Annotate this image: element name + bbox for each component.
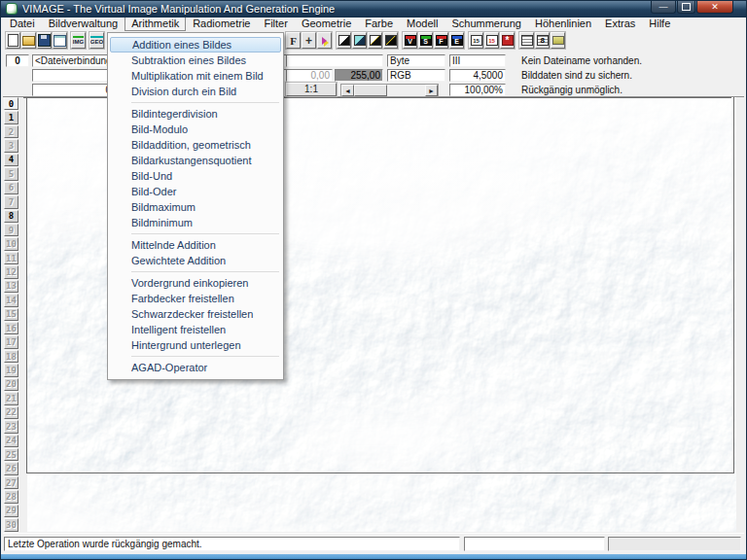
factor-field[interactable]: 4,5000 — [449, 69, 506, 82]
image-slot-21[interactable]: 21 — [4, 392, 18, 404]
menubar-item-bildverwaltung[interactable]: Bildverwaltung — [42, 17, 125, 31]
data-type-field[interactable]: Byte — [387, 54, 445, 67]
toolbar-button-img-format[interactable]: IMG — [71, 32, 86, 49]
zoom-ratio-button[interactable]: 1:1 — [286, 83, 337, 96]
image-slot-18[interactable]: 18 — [4, 350, 18, 363]
image-slot-17[interactable]: 17 — [4, 335, 18, 348]
menubar-item-radiometrie[interactable]: Radiometrie — [186, 17, 257, 31]
toolbar-button-function[interactable]: F — [286, 32, 301, 49]
menubar-item-datei[interactable]: Datei — [3, 17, 42, 31]
toolbar-button-lut-linear[interactable] — [337, 32, 351, 49]
image-slot-6[interactable]: 6 — [4, 182, 18, 194]
scroll-right-icon[interactable]: ► — [425, 85, 438, 96]
channel-flags-field[interactable]: III — [449, 54, 506, 67]
menubar-item-geometrie[interactable]: Geometrie — [295, 17, 358, 31]
menu-item-gewichtete-addition[interactable]: Gewichtete Addition — [108, 253, 283, 268]
image-slot-4[interactable]: 4 — [4, 154, 18, 166]
image-slot-25[interactable]: 25 — [4, 448, 18, 461]
menubar-item-modell[interactable]: Modell — [400, 17, 445, 31]
menubar-item-farbe[interactable]: Farbe — [358, 17, 400, 31]
menubar-item-filter[interactable]: Filter — [257, 17, 294, 31]
toolbar-button-new-image[interactable] — [6, 32, 20, 49]
toolbar-button-resample-2[interactable]: 15 — [484, 32, 499, 49]
titlebar[interactable]: VIMAGE - The Virtual Image Manipulation … — [0, 0, 747, 18]
wide-empty-field[interactable] — [286, 54, 383, 67]
image-slot-29[interactable]: 29 — [4, 505, 18, 517]
minimize-button[interactable]: — — [651, 0, 676, 14]
menu-item-subtraktion-eines-bildes[interactable]: Subtraktion eines Bildes — [108, 52, 283, 68]
image-slot-8[interactable]: 8 — [4, 210, 18, 223]
toolbar-button-snowflake[interactable]: * — [500, 32, 515, 49]
menu-item-bildmaximum[interactable]: Bildmaximum — [108, 199, 283, 215]
toolbar-button-open-file[interactable] — [21, 32, 36, 49]
scrollbar-track[interactable] — [387, 85, 425, 96]
image-slot-10[interactable]: 10 — [4, 237, 18, 250]
toolbar-button-image-window[interactable] — [53, 32, 67, 49]
image-index-field[interactable]: 0 — [6, 54, 29, 67]
menu-item-division-durch-ein-bild[interactable]: Division durch ein Bild — [108, 84, 283, 99]
image-slot-15[interactable]: 15 — [4, 308, 18, 321]
image-slot-26[interactable]: 26 — [4, 462, 18, 474]
toolbar-button-grid-8[interactable]: 8 — [535, 32, 550, 49]
toolbar-button-crosshair[interactable]: + — [302, 32, 316, 49]
image-slot-19[interactable]: 19 — [4, 364, 18, 376]
menu-item-vordergrund-einkopieren[interactable]: Vordergrund einkopieren — [108, 275, 283, 291]
image-slot-14[interactable]: 14 — [4, 294, 18, 306]
toolbar-button-color-picker[interactable] — [317, 32, 332, 49]
menu-item-bildminimum[interactable]: Bildminimum — [108, 215, 283, 230]
menu-item-bildintegerdivision[interactable]: Bildintegerdivision — [108, 106, 283, 122]
scroll-left-icon[interactable]: ◄ — [341, 85, 354, 96]
image-slot-24[interactable]: 24 — [4, 435, 18, 447]
menu-item-bild-oder[interactable]: Bild-Oder — [108, 184, 283, 199]
menu-item-farbdecker-freistellen[interactable]: Farbdecker freistellen — [108, 291, 283, 306]
min-value-field[interactable]: 0,00 — [286, 69, 333, 82]
close-button[interactable]: ✕ — [696, 0, 733, 14]
image-slot-9[interactable]: 9 — [4, 224, 18, 236]
menu-item-bildarkustangensquotient[interactable]: Bildarkustangensquotient — [108, 153, 283, 168]
menu-item-bild-und[interactable]: Bild-Und — [108, 168, 283, 184]
menu-item-bild-modulo[interactable]: Bild-Modulo — [108, 122, 283, 137]
image-slot-3[interactable]: 3 — [4, 139, 18, 152]
menubar-item-extras[interactable]: Extras — [598, 17, 642, 31]
image-slot-30[interactable]: 30 — [4, 518, 18, 531]
toolbar-button-save[interactable] — [37, 32, 52, 49]
image-slot-11[interactable]: 11 — [4, 252, 18, 264]
scrollbar-thumb[interactable] — [354, 85, 387, 96]
menu-item-schwarzdecker-freistellen[interactable]: Schwarzdecker freistellen — [108, 306, 283, 322]
value-field[interactable]: 0 — [32, 84, 114, 96]
toolbar-button-channel-f[interactable]: F — [434, 32, 448, 49]
menubar-item-schummerung[interactable]: Schummerung — [445, 17, 528, 31]
max-value-field[interactable]: 255,00 — [335, 69, 383, 82]
image-slot-12[interactable]: 12 — [4, 265, 18, 278]
toolbar-button-resample-1[interactable]: 15 — [469, 32, 483, 49]
toolbar-button-print[interactable] — [551, 32, 565, 49]
menubar-item-höhenlinien[interactable]: Höhenlinien — [528, 17, 598, 31]
menu-item-mittelnde-addition[interactable]: Mittelnde Addition — [108, 237, 283, 253]
toolbar-button-lut-gamma[interactable] — [368, 32, 382, 49]
image-slot-5[interactable]: 5 — [4, 167, 18, 180]
toolbar-button-grid[interactable] — [519, 32, 534, 49]
zoom-percent-field[interactable]: 100,00% — [449, 84, 506, 96]
menu-item-hintergrund-unterlegen[interactable]: Hintergrund unterlegen — [108, 337, 283, 353]
toolbar-button-channel-s[interactable]: S — [418, 32, 433, 49]
toolbar-button-channel-e[interactable]: E — [449, 32, 464, 49]
image-slot-28[interactable]: 28 — [4, 490, 18, 503]
image-slot-13[interactable]: 13 — [4, 280, 18, 293]
image-slot-27[interactable]: 27 — [4, 476, 18, 489]
image-slot-2[interactable]: 2 — [4, 125, 18, 138]
image-slot-23[interactable]: 23 — [4, 420, 18, 433]
zoom-scrollbar[interactable]: ◄ ► — [340, 84, 439, 97]
toolbar-button-lut-curve[interactable] — [383, 32, 398, 49]
image-slot-7[interactable]: 7 — [4, 195, 18, 208]
color-mode-field[interactable]: RGB — [387, 69, 445, 82]
menu-item-bildaddition-geometrisch[interactable]: Bildaddition, geometrisch — [108, 137, 283, 153]
image-slot-16[interactable]: 16 — [4, 322, 18, 334]
maximize-button[interactable] — [677, 0, 695, 14]
toolbar-button-channel-v[interactable]: V — [403, 32, 417, 49]
menu-item-agad-operator[interactable]: AGAD-Operator — [108, 360, 283, 375]
image-slot-22[interactable]: 22 — [4, 406, 18, 419]
menu-item-multiplikation-mit-einem-bild[interactable]: Multiplikation mit einem Bild — [108, 68, 283, 84]
image-slot-20[interactable]: 20 — [4, 378, 18, 391]
menu-item-addition-eines-bildes[interactable]: Addition eines Bildes — [110, 37, 281, 52]
toolbar-button-lut-inverse[interactable] — [352, 32, 367, 49]
